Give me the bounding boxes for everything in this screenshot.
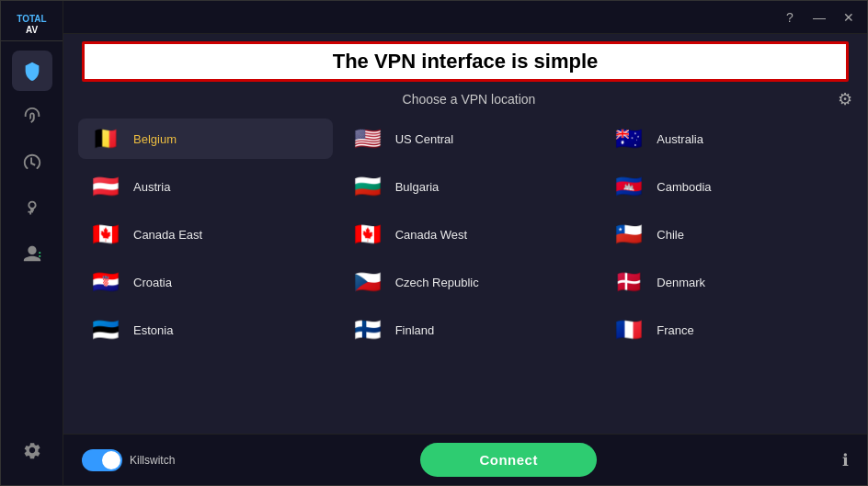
killswitch-thumb — [102, 451, 120, 469]
flag-czech-republic: 🇨🇿 — [349, 269, 386, 295]
main-content: ? — ✕ The VPN interface is simple Choose… — [63, 1, 867, 485]
location-name-australia: Australia — [657, 132, 703, 146]
killswitch-track[interactable] — [82, 449, 122, 471]
flag-cambodia: 🇰🇭 — [611, 174, 647, 199]
flag-austria: 🇦🇹 — [87, 174, 124, 199]
connect-button[interactable]: Connect — [420, 443, 597, 477]
title-bar: ? — ✕ — [63, 1, 867, 34]
location-name-chile: Chile — [657, 228, 684, 242]
location-item-finland[interactable]: 🇫🇮Finland — [340, 310, 595, 350]
location-name-canada-east: Canada East — [133, 228, 202, 242]
location-item-canada-east[interactable]: 🇨🇦Canada East — [78, 214, 333, 254]
location-grid: 🇧🇪Belgium🇺🇸US Central🇦🇺Australia🇦🇹Austri… — [78, 119, 856, 350]
vpn-header: Choose a VPN location ⚙ — [63, 85, 867, 113]
flag-canada-east: 🇨🇦 — [87, 221, 124, 247]
flag-estonia: 🇪🇪 — [87, 317, 124, 343]
killswitch-label: Killswitch — [130, 454, 175, 467]
app-window: TOTALAV — [0, 0, 868, 486]
sidebar-item-shield[interactable] — [12, 51, 52, 91]
app-logo: TOTALAV — [1, 8, 63, 41]
flag-france: 🇫🇷 — [611, 317, 647, 343]
location-item-cambodia[interactable]: 🇰🇭Cambodia — [601, 166, 856, 207]
info-icon[interactable]: ℹ — [842, 450, 849, 470]
location-name-czech-republic: Czech Republic — [395, 276, 479, 289]
location-item-belgium[interactable]: 🇧🇪Belgium — [78, 119, 333, 159]
sidebar: TOTALAV — [1, 1, 63, 485]
minimize-button[interactable]: — — [810, 8, 828, 27]
location-name-croatia: Croatia — [133, 276, 172, 289]
location-name-austria: Austria — [133, 180, 170, 194]
location-item-canada-west[interactable]: 🇨🇦Canada West — [340, 214, 595, 254]
flag-chile: 🇨🇱 — [611, 221, 647, 247]
annotation-banner: The VPN interface is simple — [82, 41, 849, 82]
location-item-bulgaria[interactable]: 🇧🇬Bulgaria — [340, 166, 595, 207]
location-name-cambodia: Cambodia — [657, 180, 711, 194]
close-button[interactable]: ✕ — [839, 8, 858, 27]
sidebar-item-fingerprint[interactable] — [12, 96, 52, 137]
location-name-estonia: Estonia — [133, 323, 173, 337]
annotation-text: The VPN interface is simple — [333, 50, 599, 73]
settings-gear-icon[interactable]: ⚙ — [838, 89, 852, 109]
sidebar-item-settings[interactable] — [12, 430, 52, 470]
sidebar-nav — [12, 51, 52, 430]
location-name-finland: Finland — [395, 323, 435, 337]
flag-australia: 🇦🇺 — [611, 126, 647, 152]
location-name-us-central: US Central — [395, 132, 454, 146]
bottom-bar: Killswitch Connect ℹ — [63, 434, 867, 485]
location-name-denmark: Denmark — [657, 276, 705, 289]
location-item-chile[interactable]: 🇨🇱Chile — [601, 214, 856, 254]
location-item-croatia[interactable]: 🇭🇷Croatia — [78, 262, 333, 302]
flag-finland: 🇫🇮 — [349, 317, 386, 343]
location-item-czech-republic[interactable]: 🇨🇿Czech Republic — [340, 262, 595, 302]
location-item-australia[interactable]: 🇦🇺Australia — [601, 119, 856, 159]
location-item-us-central[interactable]: 🇺🇸US Central — [340, 119, 595, 159]
sidebar-item-user[interactable] — [12, 234, 52, 275]
location-item-france[interactable]: 🇫🇷France — [601, 310, 856, 350]
sidebar-item-speed[interactable] — [12, 142, 52, 183]
flag-denmark: 🇩🇰 — [611, 269, 647, 295]
location-name-belgium: Belgium — [133, 132, 177, 146]
vpn-title: Choose a VPN location — [100, 92, 838, 107]
flag-belgium: 🇧🇪 — [87, 126, 124, 152]
location-name-canada-west: Canada West — [395, 228, 468, 242]
flag-bulgaria: 🇧🇬 — [349, 174, 386, 199]
help-button[interactable]: ? — [781, 8, 799, 27]
killswitch-toggle[interactable]: Killswitch — [82, 449, 175, 471]
flag-canada-west: 🇨🇦 — [349, 221, 386, 247]
location-name-bulgaria: Bulgaria — [395, 180, 440, 194]
location-item-estonia[interactable]: 🇪🇪Estonia — [78, 310, 333, 350]
flag-croatia: 🇭🇷 — [87, 269, 124, 295]
location-item-denmark[interactable]: 🇩🇰Denmark — [601, 262, 856, 302]
flag-us-central: 🇺🇸 — [349, 126, 386, 152]
window-controls: ? — ✕ — [781, 8, 858, 27]
location-grid-wrapper[interactable]: 🇧🇪Belgium🇺🇸US Central🇦🇺Australia🇦🇹Austri… — [63, 113, 867, 434]
location-name-france: France — [657, 323, 693, 337]
sidebar-item-key[interactable] — [12, 188, 52, 229]
location-item-austria[interactable]: 🇦🇹Austria — [78, 166, 333, 207]
